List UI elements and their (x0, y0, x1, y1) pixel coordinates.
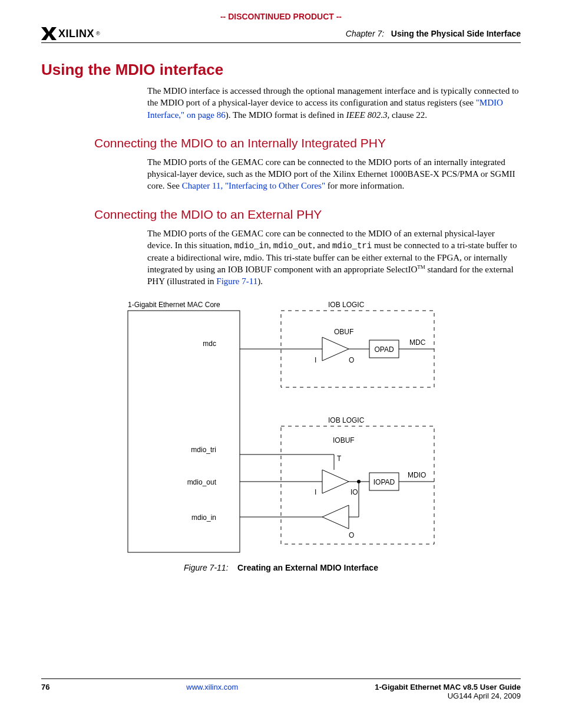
diagram-iob-bot-label: IOB LOGIC (328, 416, 365, 424)
footer-doc-id: UG144 April 24, 2009 (375, 691, 521, 700)
diagram-iobuf-io: IO (351, 488, 358, 496)
chapter-title: Using the Physical Side Interface (391, 29, 521, 38)
svg-rect-1 (128, 311, 240, 552)
section-heading: Using the MDIO interface (41, 61, 521, 79)
diagram-mdc-signal: mdc (203, 340, 216, 348)
diagram-mdio-out-signal: mdio_out (187, 478, 217, 486)
xilinx-logo-text: XILINX (58, 28, 94, 40)
diagram-core-label: 1-Gigabit Ethernet MAC Core (128, 301, 220, 309)
diagram-mdc-out: MDC (409, 338, 426, 347)
footer-url[interactable]: www.xilinx.com (186, 683, 238, 700)
link-figure-7-11[interactable]: Figure 7-11 (216, 276, 257, 286)
svg-marker-3 (322, 337, 349, 361)
figure-7-11: 1-Gigabit Ethernet MAC Core IOB LOGIC OB… (41, 299, 521, 572)
page-number: 76 (41, 683, 49, 700)
paragraph-intro: The MDIO interface is accessed through t… (147, 85, 521, 121)
xilinx-logo-mark (41, 27, 57, 40)
diagram-iobuf-o: O (349, 531, 354, 539)
diagram-mdio-out: MDIO (408, 471, 426, 479)
diagram-iobuf-i: I (315, 488, 316, 496)
subsection-external-phy: Connecting the MDIO to an External PHY (94, 207, 521, 222)
diagram-mdio-tri: mdio_tri (191, 446, 216, 454)
footer-rule (41, 678, 521, 679)
diagram-obuf-i: I (315, 356, 316, 364)
diagram-mdio-in-signal: mdio_in (191, 513, 216, 522)
chapter-label: Chapter 7: (346, 29, 384, 38)
page-header: XILINX® Chapter 7: Using the Physical Si… (41, 27, 521, 40)
diagram-obuf-o: O (349, 356, 354, 364)
figure-caption: Figure 7-11: Creating an External MDIO I… (41, 563, 521, 572)
svg-marker-17 (322, 505, 349, 529)
diagram-iopad-label: IOPAD (373, 478, 395, 486)
paragraph-internal-phy: The MDIO ports of the GEMAC core can be … (147, 156, 521, 192)
xilinx-logo: XILINX® (41, 27, 100, 40)
subsection-internal-phy: Connecting the MDIO to an Internally Int… (94, 136, 521, 150)
svg-marker-0 (41, 27, 57, 40)
diagram-iobuf-t: T (337, 454, 342, 463)
diagram-obuf-label: OBUF (334, 328, 353, 336)
link-chapter-11[interactable]: Chapter 11, "Interfacing to Other Cores" (182, 181, 325, 190)
diagram-opad-label: OPAD (374, 345, 394, 354)
svg-rect-8 (281, 426, 434, 544)
diagram-iobuf-label: IOBUF (333, 436, 355, 444)
registered-mark: ® (96, 31, 100, 37)
chapter-reference: Chapter 7: Using the Physical Side Inter… (346, 29, 521, 38)
header-rule (41, 42, 521, 43)
diagram-iob-top-label: IOB LOGIC (328, 301, 365, 309)
svg-marker-11 (322, 470, 349, 493)
page-footer: 76 www.xilinx.com 1-Gigabit Ethernet MAC… (41, 678, 521, 700)
discontinued-banner: -- DISCONTINUED PRODUCT -- (41, 12, 521, 21)
paragraph-external-phy: The MDIO ports of the GEMAC core can be … (147, 228, 521, 288)
footer-guide-title: 1-Gigabit Ethernet MAC v8.5 User Guide (375, 683, 521, 691)
